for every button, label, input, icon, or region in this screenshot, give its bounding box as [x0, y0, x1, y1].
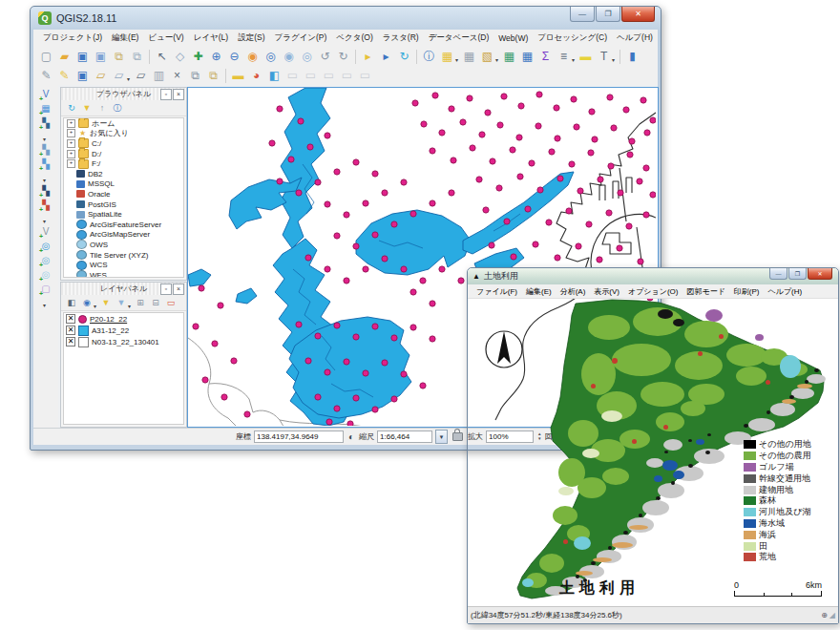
browser-item-WFS[interactable]: WFS [64, 270, 183, 278]
add-wcs-layer-icon[interactable]: ◎+ [38, 253, 53, 267]
qgis-menu-3[interactable]: レイヤ(L) [190, 31, 233, 46]
qgis-menu-5[interactable]: プラグイン(P) [271, 31, 331, 46]
add-virtual-layer-icon[interactable]: V+ [38, 224, 53, 239]
layer-row-A31-12_22[interactable]: ✕A31-12_22 [64, 325, 183, 336]
new-shapefile-layer-icon-dropdown[interactable]: ▾ [43, 302, 46, 308]
resize-grip[interactable]: ◢ [830, 611, 835, 620]
move-feature-icon[interactable]: ▱ [111, 68, 127, 84]
measure-icon[interactable]: ≡ [556, 49, 572, 65]
expander-icon[interactable]: + [67, 129, 75, 137]
paste-features-icon[interactable]: ⧉ [205, 68, 221, 84]
landuse-titlebar[interactable]: ▲ 土地利用 — ❐ ✕ [468, 268, 838, 285]
browser-item-MSSQL[interactable]: MSSQL [64, 179, 183, 190]
pan-hand-icon[interactable]: ◇ [172, 49, 188, 65]
delete-selected-icon[interactable]: ▥ [151, 68, 167, 84]
add-spatialite-layer-icon[interactable]: ▚+ [38, 142, 53, 157]
browser-item-ArcGisFeatureServer[interactable]: ArcGisFeatureServer [64, 220, 183, 230]
help-icon[interactable]: ▮ [624, 49, 640, 65]
landuse-menu-1[interactable]: 編集(E) [522, 284, 556, 299]
landuse-map-area[interactable]: その他の用地その他の農用ゴルフ場幹線交通用地建物用地森林河川地及び湖海水域海浜田… [469, 298, 837, 605]
maximize-button[interactable]: ❐ [788, 268, 807, 280]
zoom-full-icon[interactable]: ◎ [262, 49, 279, 65]
manage-themes-icon[interactable]: ◉ [80, 296, 94, 309]
copy-features-icon[interactable]: ⧉ [187, 68, 203, 84]
qgis-menu-4[interactable]: 設定(S) [234, 31, 268, 46]
add-mssql-layer-icon-dropdown[interactable]: ▾ [43, 177, 46, 183]
open-project-icon[interactable]: ▰ [56, 49, 73, 65]
node-tool-icon[interactable]: ▱ [133, 68, 149, 84]
browser-refresh-icon[interactable]: ↻ [65, 101, 78, 115]
label-icon[interactable]: ▬ [230, 68, 246, 84]
label-show-hide-icon[interactable]: ▭ [303, 68, 319, 84]
qgis-menu-2[interactable]: ビュー(V) [144, 31, 187, 46]
expander-icon[interactable]: + [67, 150, 75, 158]
show-bookmarks-icon[interactable]: ▸ [378, 49, 394, 65]
select-features-icon-dropdown[interactable]: ▾ [455, 56, 458, 63]
qgis-menu-6[interactable]: ベクタ(O) [332, 31, 376, 46]
browser-item-ホーム[interactable]: +ホーム [64, 118, 183, 129]
browser-item-OWS[interactable]: OWS [64, 240, 183, 250]
layer-checkbox[interactable]: ✕ [66, 337, 75, 346]
manage-themes-icon-dropdown[interactable]: ▾ [94, 303, 96, 309]
add-postgis-layer-icon-dropdown[interactable]: ▾ [43, 136, 46, 142]
map-tips-icon[interactable]: ▬ [578, 49, 594, 65]
select-expression-icon[interactable]: ▧ [479, 49, 495, 65]
save-project-as-icon[interactable]: ▣ [93, 49, 109, 65]
qgis-menu-9[interactable]: Web(W) [494, 32, 532, 45]
layer-diagram-icon[interactable]: ◧ [266, 68, 283, 84]
browser-item-F:/[interactable]: +F:/ [64, 158, 183, 169]
add-postgis-layer-icon[interactable]: ▚+ [38, 116, 53, 130]
coordinate-input[interactable] [254, 430, 344, 443]
layer-row-N03-13_22_130401[interactable]: ✕N03-13_22_130401 [64, 336, 183, 347]
layer-checkbox[interactable]: ✕ [66, 314, 75, 324]
qgis-menu-1[interactable]: 編集(E) [108, 31, 142, 46]
qgis-menu-11[interactable]: ヘルプ(H) [613, 31, 657, 46]
text-annotation-icon[interactable]: T [596, 49, 612, 65]
collapse-all-icon[interactable]: ⊟ [149, 296, 162, 309]
refresh-map-icon[interactable]: ↻ [396, 49, 412, 65]
panel-close-icon[interactable]: × [173, 89, 184, 100]
landuse-menu-0[interactable]: ファイル(F) [472, 284, 521, 299]
landuse-menu-6[interactable]: 印刷(P) [730, 284, 764, 299]
add-mssql-layer-icon[interactable]: ▚+ [38, 157, 53, 171]
add-wms-layer-icon[interactable]: ◎+ [38, 239, 53, 253]
text-annotation-icon-dropdown[interactable]: ▾ [612, 56, 615, 63]
add-db2-layer-icon[interactable]: ▚+ [38, 183, 53, 198]
deselect-icon[interactable]: ▦ [461, 49, 477, 65]
qgis-menu-7[interactable]: ラスタ(R) [379, 31, 423, 46]
browser-item-DB2[interactable]: DB2 [64, 169, 183, 179]
zoom-next-icon[interactable]: ↻ [335, 49, 351, 65]
select-features-icon[interactable]: ▦ [439, 49, 455, 65]
landuse-globe-icon[interactable]: ⊕ [821, 611, 828, 620]
browser-item-Oracle[interactable]: Oracle [64, 189, 183, 200]
panel-close-icon[interactable]: × [173, 284, 184, 295]
qgis-titlebar[interactable]: Q QGIS2.18.11 — ❐ ✕ [31, 7, 661, 30]
browser-item-WCS[interactable]: WCS [64, 260, 183, 270]
layer-styling-icon[interactable]: ◧ [65, 296, 78, 309]
filter-expression-icon[interactable]: ▼ [115, 296, 128, 309]
current-edits-icon[interactable]: ✎ [38, 68, 54, 84]
new-composition-icon[interactable]: ⧉ [111, 49, 127, 65]
move-feature-icon-dropdown[interactable]: ▾ [127, 75, 130, 82]
zoom-native-icon[interactable]: ◉ [244, 49, 261, 65]
expander-icon[interactable]: + [67, 139, 75, 148]
browser-filter-icon[interactable]: ▼ [80, 101, 94, 115]
expander-icon[interactable]: + [67, 159, 75, 168]
qgis-menu-0[interactable]: プロジェクト(J) [39, 31, 106, 46]
add-feature-icon[interactable]: ▱ [93, 68, 109, 84]
minimize-button[interactable]: — [570, 7, 595, 22]
composer-manager-icon[interactable]: ⧉ [129, 49, 145, 65]
close-button[interactable]: ✕ [808, 268, 832, 280]
browser-item-ArcGisMapServer[interactable]: ArcGisMapServer [64, 230, 183, 241]
label-pin-icon[interactable]: ▭ [284, 68, 301, 84]
add-raster-layer-icon[interactable]: ▦+ [38, 101, 53, 116]
landuse-menu-3[interactable]: 表示(V) [590, 284, 623, 299]
qgis-menu-8[interactable]: データベース(D) [425, 31, 494, 46]
layer-row-P20-12_22[interactable]: ✕P20-12_22 [64, 313, 183, 325]
label-move-icon[interactable]: ▭ [321, 68, 337, 84]
filter-expression-icon-dropdown[interactable]: ▾ [128, 303, 131, 309]
browser-item-SpatiaLite[interactable]: SpatiaLite [64, 209, 183, 220]
maximize-button[interactable]: ❐ [596, 7, 620, 22]
label-rotate-icon[interactable]: ▭ [339, 68, 355, 84]
identify-icon[interactable]: ⓘ [421, 49, 437, 65]
